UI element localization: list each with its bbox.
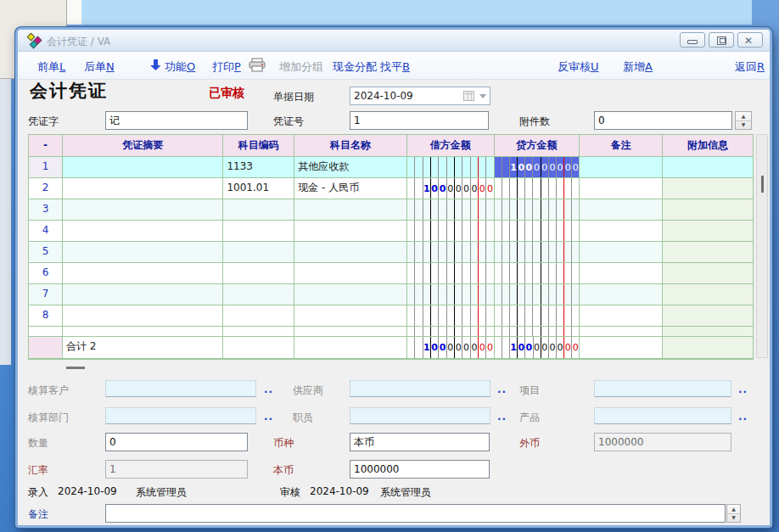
attachments-stepper[interactable]: ▲ ▼ [735,111,752,130]
table-row[interactable]: 8 [29,305,753,327]
return-button[interactable]: 返回R [735,59,765,75]
table-row[interactable]: 1 1133 其他应收款 100000000 [29,157,753,178]
row-number[interactable]: 7 [29,284,63,305]
account-name-cell[interactable] [294,263,407,284]
project-input[interactable] [594,380,731,397]
close-button[interactable]: ✕ [737,32,763,48]
table-row[interactable]: 5 [29,242,753,263]
summary-cell[interactable] [63,157,224,178]
employee-input[interactable] [350,407,490,424]
note-cell[interactable] [580,199,663,221]
date-picker[interactable]: 2024-10-09 [350,87,490,105]
table-row[interactable]: 3 [29,199,753,221]
spinner-down-icon[interactable]: ▼ [736,120,751,129]
prev-voucher-button[interactable]: 前单L [37,59,65,75]
row-number[interactable]: 2 [29,178,63,199]
summary-cell[interactable] [63,221,224,242]
credit-cell[interactable] [495,305,580,327]
row-number[interactable]: 4 [29,221,63,242]
debit-cell[interactable]: 100000000 [407,178,495,199]
project-lookup-button[interactable]: .. [738,384,748,395]
debit-cell[interactable] [407,284,495,305]
note-cell[interactable] [580,157,663,178]
table-row[interactable]: 2 1001.01 现金 - 人民币 100000000 [29,178,753,199]
customer-input[interactable] [105,380,256,397]
scrollbar-thumb[interactable] [761,176,764,193]
summary-cell[interactable] [63,263,224,284]
table-scrollbar[interactable] [756,134,768,358]
account-code-cell[interactable] [223,199,294,221]
summary-cell[interactable] [63,199,224,221]
account-name-cell[interactable] [294,305,407,327]
debit-cell[interactable] [407,157,495,178]
product-input[interactable] [594,407,731,424]
extra-cell[interactable] [663,199,753,221]
department-lookup-button[interactable]: .. [264,411,273,423]
titlebar[interactable]: 会计凭证 / VA ✕ [18,30,770,52]
debit-cell[interactable] [407,199,495,221]
department-input[interactable] [105,407,256,424]
account-code-cell[interactable] [223,263,294,284]
account-name-cell[interactable] [294,284,407,305]
credit-cell[interactable] [495,199,580,221]
row-number[interactable]: 1 [29,157,63,178]
debit-cell[interactable] [407,242,495,263]
unaudit-button[interactable]: 反审核U [558,59,599,75]
row-number[interactable]: 3 [29,199,63,221]
credit-cell[interactable] [495,263,580,284]
balance-button[interactable]: 找平B [380,59,410,75]
quantity-input[interactable] [105,433,248,451]
account-code-cell[interactable]: 1001.01 [223,178,294,199]
account-code-cell[interactable] [223,242,294,263]
extra-cell[interactable] [663,157,753,178]
customer-lookup-button[interactable]: .. [264,384,273,395]
note-cell[interactable] [580,284,663,305]
credit-cell-selected[interactable]: 100000000 [495,157,580,178]
supplier-input[interactable] [350,380,490,397]
note-cell[interactable] [580,305,663,327]
remark-input[interactable] [105,504,726,523]
restore-button[interactable] [709,32,734,48]
table-row[interactable]: 4 [29,221,753,242]
local-amount-input[interactable] [350,460,490,479]
summary-cell[interactable] [63,242,224,263]
note-cell[interactable] [580,221,663,242]
extra-cell[interactable] [663,284,753,305]
voucher-no-input[interactable] [350,111,489,130]
remark-stepper[interactable]: ▲ ▼ [726,504,741,523]
summary-cell[interactable] [63,305,224,327]
chevron-down-icon[interactable] [479,94,486,98]
supplier-lookup-button[interactable]: .. [497,384,507,395]
note-cell[interactable] [580,242,663,263]
extra-cell[interactable] [663,263,753,284]
product-lookup-button[interactable]: .. [738,411,748,423]
extra-cell[interactable] [663,178,753,199]
table-row[interactable]: 6 [29,263,753,284]
functions-button[interactable]: 功能O [165,59,195,75]
summary-cell[interactable] [63,178,224,199]
account-name-cell[interactable]: 现金 - 人民币 [294,178,407,199]
credit-cell[interactable] [495,221,580,242]
extra-cell[interactable] [663,305,753,327]
voucher-word-input[interactable] [105,111,248,130]
splitter-handle[interactable] [66,367,85,369]
attachments-input[interactable] [594,111,732,130]
account-code-cell[interactable]: 1133 [223,157,294,178]
new-button[interactable]: 新增A [623,59,653,75]
debit-cell[interactable] [407,263,495,284]
account-name-cell[interactable] [294,221,407,242]
row-number[interactable]: 5 [29,242,63,263]
minimize-button[interactable] [680,32,705,48]
debit-cell[interactable] [407,305,495,327]
account-code-cell[interactable] [223,221,294,242]
extra-cell[interactable] [663,221,753,242]
account-name-cell[interactable] [294,242,407,263]
table-row[interactable]: 7 [29,284,753,305]
cash-allocation-button[interactable]: 现金分配 [333,59,377,75]
note-cell[interactable] [580,178,663,199]
account-code-cell[interactable] [223,305,294,327]
credit-cell[interactable] [495,242,580,263]
credit-cell[interactable] [495,178,580,199]
row-number[interactable]: 6 [29,263,63,284]
account-name-cell[interactable] [294,199,407,221]
